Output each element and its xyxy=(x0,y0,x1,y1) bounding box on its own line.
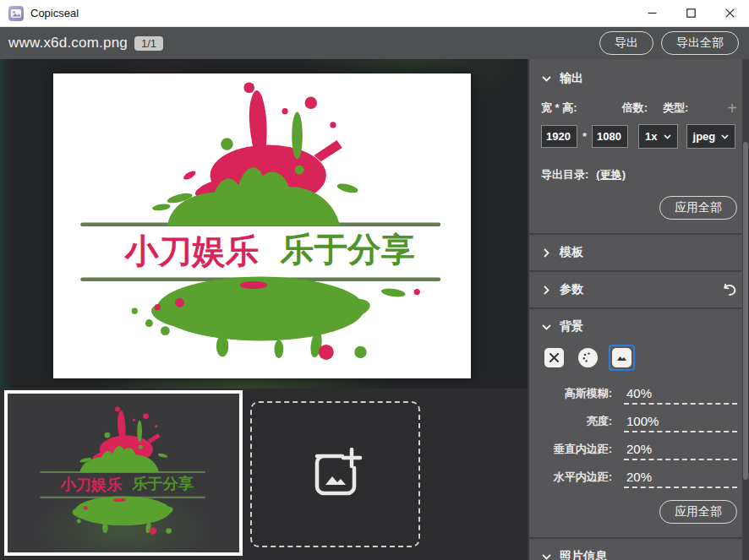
bg-color-wrap xyxy=(575,345,601,371)
window-controls xyxy=(632,0,749,27)
preview-image[interactable]: 小刀娱乐 乐于分享 xyxy=(53,73,471,378)
splatter-logo-thumb: 小刀娱乐 乐于分享 xyxy=(32,405,215,541)
header-actions: 导出 导出全部 xyxy=(599,31,739,55)
output-section-title: 输出 xyxy=(560,71,583,86)
type-value: jpeg xyxy=(693,130,716,143)
add-image-icon xyxy=(305,448,366,502)
app-logo-icon xyxy=(8,6,24,21)
gaussian-blur-label: 高斯模糊: xyxy=(541,386,612,405)
dimension-separator: * xyxy=(582,130,587,143)
image-background-icon[interactable] xyxy=(612,348,631,367)
background-section-title: 背景 xyxy=(560,319,583,334)
vertical-padding-value[interactable]: 20% xyxy=(624,442,737,460)
header-bar: www.x6d.com.png 1/1 导出 导出全部 xyxy=(0,27,749,59)
app-window: Copicseal www.x6d.com.png 1/1 导出 导出全部 xyxy=(0,0,749,560)
multiplier-value: 1x xyxy=(645,130,657,143)
logo-text-green-thumb: 乐于分享 xyxy=(131,475,194,492)
settings-sidebar: 输出 宽 * 高: 倍数: 类型: + * 1x jpeg xyxy=(528,59,749,560)
params-section-header[interactable]: 参数 xyxy=(541,282,737,297)
apply-all-background-button[interactable]: 应用全部 xyxy=(659,500,737,524)
palette-icon[interactable] xyxy=(578,348,598,367)
logo-text-red-thumb: 小刀娱乐 xyxy=(59,476,123,493)
scrollbar-thumb[interactable] xyxy=(743,142,748,480)
photo-info-section-header[interactable]: 照片信息 xyxy=(541,549,737,560)
add-output-icon[interactable]: + xyxy=(727,100,737,117)
section-template: 模板 xyxy=(529,235,749,270)
maximize-icon[interactable] xyxy=(671,0,710,27)
export-dir-label: 导出目录: xyxy=(541,167,588,182)
thumbnail-strip: 小刀娱乐 乐于分享 xyxy=(0,389,528,560)
section-output: 输出 宽 * 高: 倍数: 类型: + * 1x jpeg xyxy=(529,59,749,220)
blur-row: 高斯模糊: 40% xyxy=(541,386,737,405)
multiplier-select[interactable]: 1x xyxy=(638,124,677,149)
chevron-right-icon xyxy=(541,285,551,295)
chevron-down-icon xyxy=(541,76,551,82)
change-dir-link[interactable]: (更换) xyxy=(596,167,626,182)
title-bar: Copicseal xyxy=(0,0,749,27)
logo-text-green: 乐于分享 xyxy=(280,230,415,267)
bg-none-wrap xyxy=(541,345,567,371)
apply-all-output-button[interactable]: 应用全部 xyxy=(659,196,737,220)
minimize-icon[interactable] xyxy=(632,0,671,27)
multiplier-label: 倍数: xyxy=(622,101,648,116)
height-input[interactable] xyxy=(592,125,628,148)
output-section-header[interactable]: 输出 xyxy=(541,71,737,86)
sidebar-scrollbar[interactable] xyxy=(742,59,749,560)
bg-image-wrap xyxy=(609,345,635,371)
brightness-label: 亮度: xyxy=(541,414,612,432)
no-background-icon[interactable] xyxy=(544,348,564,367)
chevron-down-icon xyxy=(541,324,551,330)
preview-canvas[interactable]: 小刀娱乐 乐于分享 xyxy=(0,59,528,389)
brightness-row: 亮度: 100% xyxy=(541,414,737,432)
template-section-title: 模板 xyxy=(560,245,583,260)
width-input[interactable] xyxy=(541,125,577,148)
undo-icon[interactable] xyxy=(722,284,737,296)
section-params: 参数 xyxy=(529,272,749,307)
width-height-label: 宽 * 高: xyxy=(541,101,577,116)
current-filename: www.x6d.com.png xyxy=(8,35,128,52)
params-section-title: 参数 xyxy=(560,282,583,297)
section-background: 背景 xyxy=(529,309,749,524)
template-section-header[interactable]: 模板 xyxy=(541,245,737,260)
export-button[interactable]: 导出 xyxy=(599,31,653,55)
gaussian-blur-value[interactable]: 40% xyxy=(624,386,737,405)
photo-info-section-title: 照片信息 xyxy=(560,549,607,560)
type-select[interactable]: jpeg xyxy=(686,124,736,149)
horizontal-padding-row: 水平内边距: 20% xyxy=(541,470,737,488)
vertical-padding-label: 垂直内边距: xyxy=(541,442,612,460)
brightness-value[interactable]: 100% xyxy=(624,414,737,432)
chevron-down-icon xyxy=(664,134,671,139)
chevron-down-icon xyxy=(721,134,729,139)
horizontal-padding-value[interactable]: 20% xyxy=(624,470,737,488)
chevron-right-icon xyxy=(541,248,551,258)
page-count-badge: 1/1 xyxy=(134,36,163,51)
logo-text-red: 小刀娱乐 xyxy=(124,232,260,269)
type-label: 类型: xyxy=(663,101,688,116)
splatter-logo: 小刀娱乐 乐于分享 xyxy=(63,78,462,375)
thumbnail-selected[interactable]: 小刀娱乐 乐于分享 xyxy=(4,390,243,556)
horizontal-padding-label: 水平内边距: xyxy=(541,470,612,488)
close-icon[interactable] xyxy=(710,0,749,27)
vertical-padding-row: 垂直内边距: 20% xyxy=(541,442,737,460)
background-section-header[interactable]: 背景 xyxy=(541,319,737,334)
add-image-button[interactable] xyxy=(250,401,420,547)
section-photo-info: 照片信息 相机厂商: xyxy=(529,539,749,560)
export-all-button[interactable]: 导出全部 xyxy=(661,31,739,55)
chevron-down-icon xyxy=(541,554,551,560)
app-title: Copicseal xyxy=(30,7,79,19)
